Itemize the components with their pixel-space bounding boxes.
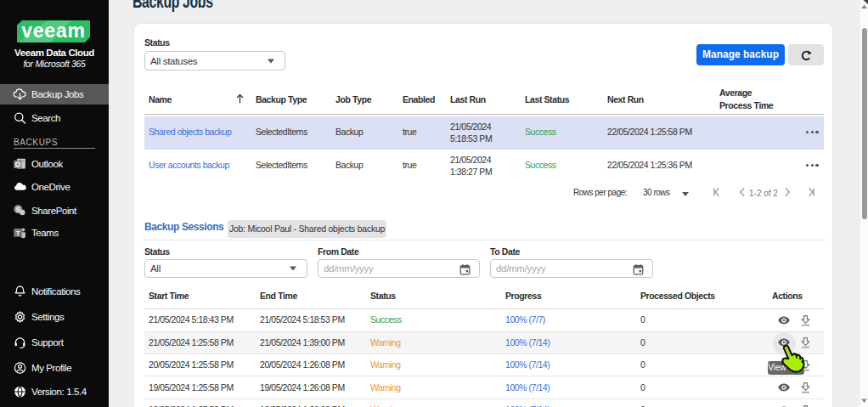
- svg-text:S: S: [16, 206, 20, 213]
- svg-text:T: T: [16, 229, 20, 237]
- svg-text:veeam: veeam: [21, 20, 86, 42]
